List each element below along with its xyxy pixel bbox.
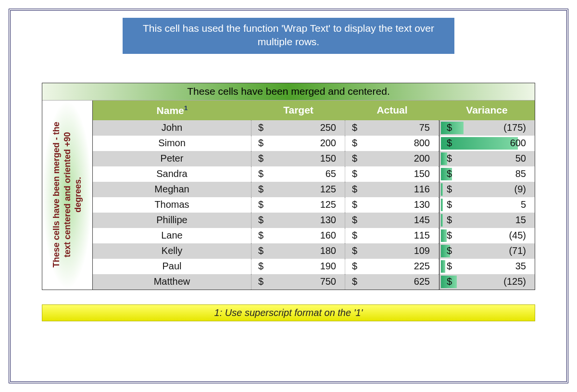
cell-variance: $50 (439, 151, 535, 166)
header-actual: Actual (345, 101, 439, 120)
cell-actual: $115 (345, 228, 439, 243)
cell-target: $150 (251, 151, 345, 166)
cell-name: Simon (93, 136, 251, 151)
header-target: Target (251, 101, 345, 120)
cell-target: $125 (251, 197, 345, 213)
cell-actual: $145 (345, 213, 439, 228)
cell-actual: $75 (345, 120, 439, 136)
table-row: Thomas$125$130$5 (93, 197, 535, 213)
table-row: Simon$200$800$600 (93, 136, 535, 151)
cell-name: Kelly (93, 243, 251, 259)
data-grid: Name1 Target Actual Variance John$250$75… (93, 101, 535, 290)
table-row: Matthew$750$625$(125) (93, 274, 535, 290)
vertical-text: These cells have been merged - the text … (51, 122, 84, 268)
cell-variance: $15 (439, 213, 535, 228)
cell-name: Sandra (93, 166, 251, 182)
cell-target: $750 (251, 274, 345, 290)
table-row: Peter$150$200$50 (93, 151, 535, 166)
cell-name: John (93, 120, 251, 136)
cell-actual: $625 (345, 274, 439, 290)
banner-row: This cell has used the function 'Wrap Te… (42, 18, 535, 54)
cell-variance: $5 (439, 197, 535, 213)
cell-actual: $130 (345, 197, 439, 213)
spreadsheet-region: These cells have been merged and centere… (42, 83, 535, 290)
table-row: Paul$190$225$35 (93, 259, 535, 274)
table-row: John$250$75$(175) (93, 120, 535, 136)
cell-target: $180 (251, 243, 345, 259)
cell-name: Peter (93, 151, 251, 166)
cell-target: $190 (251, 259, 345, 274)
footnote-bar: 1: Use superscript format on the '1' (42, 304, 535, 321)
table-row: Meghan$125$116$(9) (93, 182, 535, 197)
superscript-1: 1 (184, 104, 188, 112)
cell-target: $160 (251, 228, 345, 243)
cell-target: $130 (251, 213, 345, 228)
header-variance: Variance (439, 101, 535, 120)
cell-variance: $(125) (439, 274, 535, 290)
cell-name: Phillipe (93, 213, 251, 228)
cell-target: $200 (251, 136, 345, 151)
cell-name: Matthew (93, 274, 251, 290)
wrap-text-banner: This cell has used the function 'Wrap Te… (123, 18, 454, 54)
cell-target: $125 (251, 182, 345, 197)
cell-variance: $85 (439, 166, 535, 182)
cell-variance: $(71) (439, 243, 535, 259)
cell-actual: $200 (345, 151, 439, 166)
cell-variance: $(45) (439, 228, 535, 243)
cell-variance: $(175) (439, 120, 535, 136)
cell-name: Thomas (93, 197, 251, 213)
column-headers: Name1 Target Actual Variance (93, 101, 535, 120)
cell-actual: $225 (345, 259, 439, 274)
cell-name: Paul (93, 259, 251, 274)
page-frame: This cell has used the function 'Wrap Te… (9, 9, 568, 383)
merged-centered-header: These cells have been merged and centere… (42, 83, 535, 101)
cell-name: Meghan (93, 182, 251, 197)
table-row: Kelly$180$109$(71) (93, 243, 535, 259)
cell-variance: $(9) (439, 182, 535, 197)
cell-target: $250 (251, 120, 345, 136)
cell-actual: $116 (345, 182, 439, 197)
cell-name: Lane (93, 228, 251, 243)
cell-variance: $600 (439, 136, 535, 151)
cell-actual: $150 (345, 166, 439, 182)
vertical-merged-cell: These cells have been merged - the text … (42, 101, 93, 290)
table-row: Lane$160$115$(45) (93, 228, 535, 243)
cell-variance: $35 (439, 259, 535, 274)
cell-actual: $800 (345, 136, 439, 151)
table-row: Phillipe$130$145$15 (93, 213, 535, 228)
table-row: Sandra$65$150$85 (93, 166, 535, 182)
cell-target: $65 (251, 166, 345, 182)
header-name: Name1 (93, 101, 251, 120)
cell-actual: $109 (345, 243, 439, 259)
